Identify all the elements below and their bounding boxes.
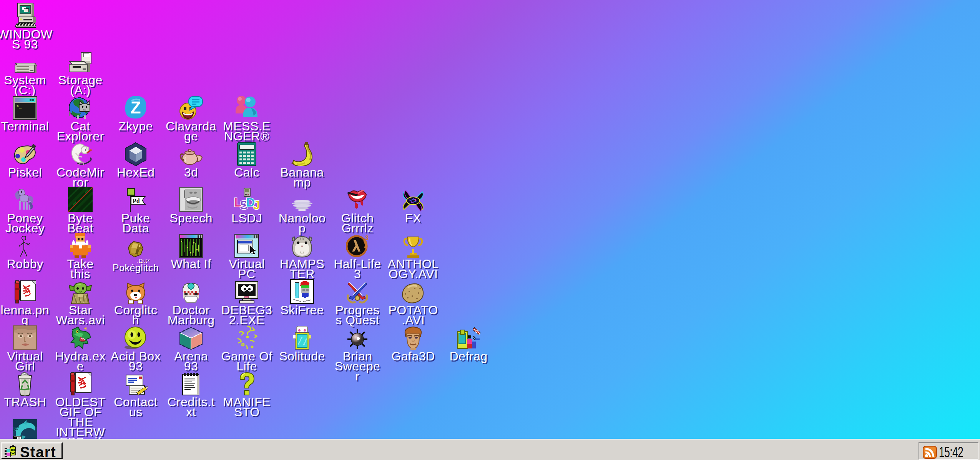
svg-text:Pd: Pd bbox=[133, 198, 140, 204]
svg-text:3: 3 bbox=[365, 235, 369, 241]
svg-text:Z: Z bbox=[131, 98, 141, 117]
svg-text:J: J bbox=[253, 198, 259, 212]
svg-text:>_: >_ bbox=[16, 104, 22, 109]
